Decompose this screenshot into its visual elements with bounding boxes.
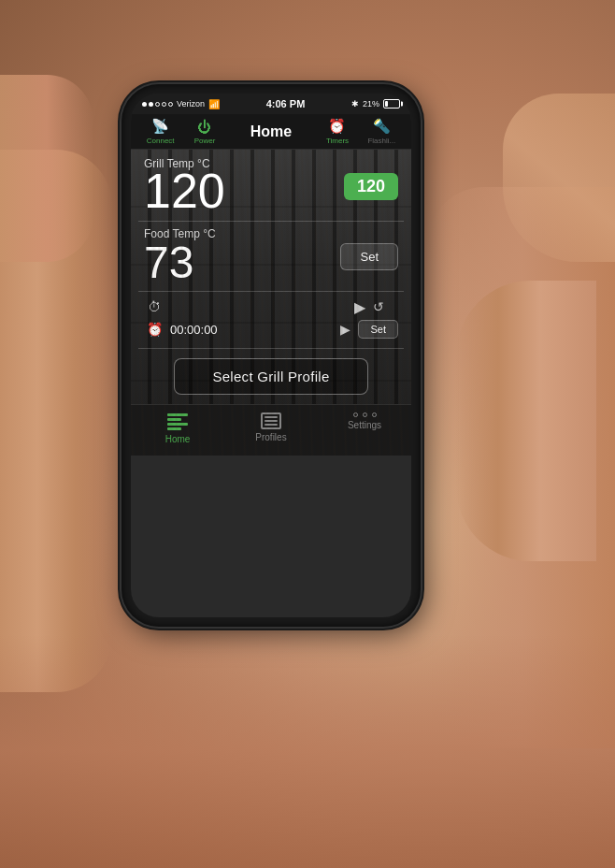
timer-top-controls: ▶ ↺: [354, 298, 384, 316]
food-temp-set-button[interactable]: Set: [340, 243, 398, 270]
alarm-clock-icon: ⏰: [147, 322, 163, 337]
timer-bottom-controls: ▶ Set: [340, 320, 398, 339]
battery-fill: [385, 101, 388, 107]
power-label: Power: [194, 137, 216, 145]
battery-percent: 21%: [363, 99, 379, 108]
flashlight-icon: 🔦: [373, 118, 391, 135]
battery-indicator: [383, 99, 400, 108]
wifi-icon: 📶: [208, 99, 220, 109]
home-icon-line-1: [167, 413, 188, 416]
status-right: ✱ 21%: [351, 99, 400, 108]
timer-play2-button[interactable]: ▶: [340, 322, 350, 337]
tab-profiles[interactable]: Profiles: [224, 412, 318, 444]
bluetooth-icon: ✱: [351, 99, 359, 108]
profiles-icon: [261, 412, 281, 429]
settings-dot-3: [372, 412, 377, 417]
signal-dot-2: [149, 102, 153, 107]
tab-home[interactable]: Home: [131, 412, 224, 444]
profiles-icon-line-3: [265, 424, 278, 426]
timer-set-button[interactable]: Set: [358, 320, 398, 339]
profiles-icon-line-2: [265, 420, 278, 422]
settings-dot-1: [353, 412, 358, 417]
profiles-icon-line-1: [265, 416, 278, 418]
nav-bar: 📡 Connect ⏻ Power Home ⏰ Timers 🔦 Flashl…: [131, 114, 411, 150]
flashlight-nav-item[interactable]: 🔦 Flashli...: [360, 118, 404, 145]
signal-indicator: [142, 102, 173, 107]
status-time: 4:06 PM: [266, 98, 306, 109]
food-temp-left: Food Temp °C 73: [144, 227, 216, 285]
tab-bar: Home Profiles: [131, 404, 411, 456]
signal-dot-1: [142, 102, 147, 107]
select-grill-profile-button[interactable]: Select Grill Profile: [174, 358, 367, 395]
home-icon-line-3: [167, 423, 188, 426]
tab-home-label: Home: [165, 434, 191, 444]
food-temp-value: 73: [144, 240, 216, 285]
settings-dot-2: [363, 412, 367, 417]
flashlight-label: Flashli...: [367, 137, 395, 145]
timers-nav-item[interactable]: ⏰ Timers: [315, 118, 359, 145]
timer-display: 00:00:00: [170, 323, 218, 337]
stopwatch-icon: ⏱: [148, 299, 161, 314]
food-temp-section: Food Temp °C 73 Set: [131, 222, 411, 291]
carrier-label: Verizon: [177, 99, 205, 108]
power-nav-item[interactable]: ⏻ Power: [182, 119, 226, 145]
tab-settings[interactable]: Settings: [318, 412, 411, 444]
timer-refresh-button[interactable]: ↺: [373, 299, 384, 314]
home-icon-line-4: [167, 427, 181, 430]
status-left: Verizon 📶: [142, 99, 220, 109]
grill-temp-section: Grill Temp °C 120 120: [131, 150, 411, 221]
tab-profiles-label: Profiles: [255, 432, 286, 442]
grill-temp-set-badge[interactable]: 120: [344, 173, 398, 200]
grill-temp-left: Grill Temp °C 120: [144, 157, 225, 215]
signal-dot-4: [162, 102, 166, 107]
timer-row: ⏱ ⏰ 00:00:00 00:00:00: [144, 296, 398, 340]
timer-controls-col: ▶ ↺ ▶ Set: [340, 298, 398, 339]
grill-temp-value: 120: [144, 166, 225, 215]
timer-play-button[interactable]: ▶: [354, 298, 365, 316]
timers-label: Timers: [326, 137, 349, 145]
signal-dot-5: [168, 102, 173, 107]
timer-icons-col: ⏱ ⏰: [144, 299, 164, 337]
signal-dot-3: [155, 102, 160, 107]
connect-label: Connect: [147, 137, 175, 145]
home-icon-line-2: [167, 418, 181, 421]
connect-icon: 📡: [151, 118, 169, 135]
timer-time-col: 00:00:00 00:00:00: [170, 296, 335, 340]
nav-title: Home: [227, 123, 316, 140]
timer-section: ⏱ ⏰ 00:00:00 00:00:00: [131, 292, 411, 348]
power-icon: ⏻: [197, 119, 211, 135]
home-icon: [167, 412, 188, 431]
timers-icon: ⏰: [328, 118, 346, 135]
grill-temp-row: Grill Temp °C 120 120: [144, 157, 398, 215]
status-bar: Verizon 📶 4:06 PM ✱ 21%: [131, 94, 411, 114]
timer-spacer: 00:00:00: [170, 300, 218, 314]
profile-section: Select Grill Profile: [131, 349, 411, 404]
settings-icon: [353, 412, 377, 417]
tab-settings-label: Settings: [348, 420, 381, 430]
connect-nav-item[interactable]: 📡 Connect: [138, 118, 182, 145]
